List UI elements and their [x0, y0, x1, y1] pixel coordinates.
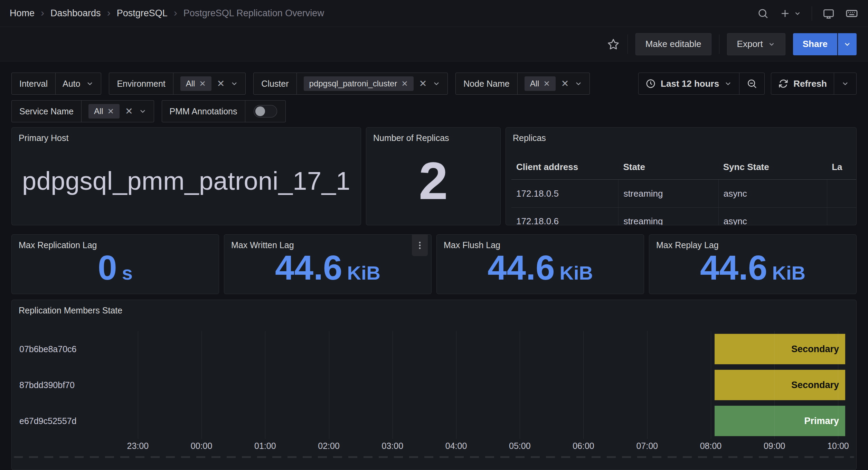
chip-label: All: [530, 79, 539, 88]
x-tick-label: 23:00: [127, 441, 149, 451]
search-icon: [757, 8, 769, 19]
column-header-state[interactable]: State: [618, 155, 718, 179]
filter-service-name-chip[interactable]: All ✕: [88, 104, 120, 119]
clear-selection-icon[interactable]: ✕: [419, 79, 427, 88]
filter-environment-chip[interactable]: All ✕: [180, 76, 211, 91]
cell-lag: [827, 208, 856, 225]
shortcuts-button[interactable]: [845, 7, 858, 20]
panel-replication-members-state: Replication Members State 07b6be8a70c687…: [11, 300, 857, 470]
clear-selection-icon[interactable]: ✕: [561, 79, 569, 88]
filter-cluster-chip[interactable]: pdpgsql_patroni_cluster ✕: [304, 76, 414, 91]
chip-remove-icon[interactable]: ✕: [199, 80, 206, 88]
make-editable-button[interactable]: Make editable: [635, 33, 711, 55]
primary-host-value: pdpgsql_pmm_patroni_17_1: [22, 166, 350, 196]
panel-row-top: Primary Host pdpgsql_pmm_patroni_17_1 Nu…: [11, 127, 857, 225]
stat-value-wrap: 44.6 KiB: [649, 250, 856, 294]
clear-selection-icon[interactable]: ✕: [217, 79, 225, 88]
x-tick-label: 09:00: [764, 441, 785, 451]
chevron-down-icon: [86, 79, 94, 88]
filter-node-name-value[interactable]: All ✕ ✕: [518, 73, 590, 94]
grafana-dashboard: Home › Dashboards › PostgreSQL › Postgre…: [0, 0, 868, 470]
member-row: Primary: [85, 403, 845, 439]
star-icon: [607, 38, 620, 51]
chevron-down-icon: [724, 79, 732, 88]
clock-icon: [645, 78, 656, 89]
chevron-down-icon: [230, 79, 238, 88]
chevron-down-icon: [768, 40, 775, 48]
stat-value: 44.6: [275, 250, 342, 285]
clear-selection-icon[interactable]: ✕: [125, 107, 133, 116]
favorite-button[interactable]: [607, 38, 620, 51]
member-row: Secondary: [85, 331, 845, 367]
zoom-out-time-button[interactable]: [739, 73, 764, 94]
tv-mode-button[interactable]: [822, 7, 835, 20]
replicas-table-header: Client address State Sync State La: [511, 155, 856, 180]
breadcrumb-separator-icon: ›: [41, 8, 44, 19]
filter-interval-label: Interval: [12, 73, 56, 94]
primary-host-value-wrap: pdpgsql_pmm_patroni_17_1: [12, 143, 361, 225]
filter-environment-label: Environment: [109, 73, 173, 94]
filter-cluster-value[interactable]: pdpgsql_patroni_cluster ✕ ✕: [297, 73, 448, 94]
time-range-button[interactable]: Last 12 hours: [639, 73, 739, 94]
refresh-picker: Refresh: [771, 73, 857, 95]
x-tick-label: 06:00: [573, 441, 594, 451]
breadcrumb-dashboards[interactable]: Dashboards: [50, 8, 101, 19]
toolbar-divider: [719, 35, 719, 54]
kebab-menu-icon: [415, 241, 424, 250]
gridline: [711, 331, 711, 439]
nav-divider: [812, 6, 812, 21]
gridline: [138, 331, 138, 439]
gridline: [201, 331, 202, 439]
cell-client-address: 172.18.0.6: [511, 208, 618, 225]
breadcrumb-postgresql[interactable]: PostgreSQL: [117, 8, 168, 19]
chip-label: All: [186, 79, 195, 88]
panel-menu-button[interactable]: [412, 235, 428, 256]
export-button[interactable]: Export: [727, 33, 785, 55]
gridline: [774, 331, 775, 439]
column-header-client-address[interactable]: Client address: [511, 155, 618, 179]
column-header-lag[interactable]: La: [827, 155, 856, 179]
chip-remove-icon[interactable]: ✕: [107, 107, 114, 115]
filter-row-2: Service Name All ✕ ✕ PMM Annotations: [11, 100, 857, 122]
refresh-button[interactable]: Refresh: [771, 73, 834, 94]
filter-node-name-label: Node Name: [456, 73, 517, 94]
refresh-icon: [778, 78, 789, 89]
filter-pmm-annotations-label: PMM Annotations: [162, 101, 245, 122]
panel-title: Replication Members State: [12, 300, 856, 316]
gridline: [456, 331, 456, 439]
cell-lag: [827, 180, 856, 207]
search-button[interactable]: [757, 8, 769, 19]
chip-remove-icon[interactable]: ✕: [401, 80, 408, 88]
stat-value: 44.6: [700, 250, 767, 285]
cell-sync-state: async: [718, 180, 827, 207]
panel-max-flush-lag: Max Flush Lag 44.6 KiB: [436, 234, 644, 294]
stat-unit: KiB: [347, 263, 380, 283]
share-split-button: Share: [793, 33, 857, 55]
refresh-interval-dropdown[interactable]: [834, 73, 856, 94]
filter-environment-value[interactable]: All ✕ ✕: [173, 73, 246, 94]
toggle-knob: [255, 106, 265, 116]
filter-service-name-value[interactable]: All ✕ ✕: [82, 101, 154, 122]
filter-interval-value[interactable]: Auto: [56, 73, 101, 94]
filter-row-1: Interval Auto Environment All ✕ ✕: [11, 73, 857, 95]
x-tick-label: 07:00: [636, 441, 658, 451]
share-button[interactable]: Share: [793, 33, 837, 55]
state-bar[interactable]: Primary: [715, 406, 845, 436]
state-bar[interactable]: Secondary: [715, 334, 845, 364]
time-range-label: Last 12 hours: [661, 78, 719, 89]
filter-environment: Environment All ✕ ✕: [109, 73, 246, 95]
panel-replicas: Replicas Client address State Sync State…: [506, 127, 857, 225]
filter-node-name-chip[interactable]: All ✕: [525, 76, 556, 91]
panel-max-replay-lag: Max Replay Lag 44.6 KiB: [649, 234, 857, 294]
chevron-down-icon: [794, 10, 801, 17]
add-button[interactable]: [779, 8, 801, 19]
filter-pmm-annotations-value: [245, 101, 285, 122]
panel-primary-host: Primary Host pdpgsql_pmm_patroni_17_1: [11, 127, 361, 225]
pmm-annotations-toggle[interactable]: [254, 105, 277, 118]
chip-remove-icon[interactable]: ✕: [543, 80, 550, 88]
column-header-sync-state[interactable]: Sync State: [718, 155, 827, 179]
breadcrumb-home[interactable]: Home: [10, 8, 35, 19]
dashboard-toolbar: Make editable Export Share: [0, 27, 868, 62]
share-dropdown-button[interactable]: [837, 33, 857, 55]
state-bar[interactable]: Secondary: [715, 370, 845, 400]
